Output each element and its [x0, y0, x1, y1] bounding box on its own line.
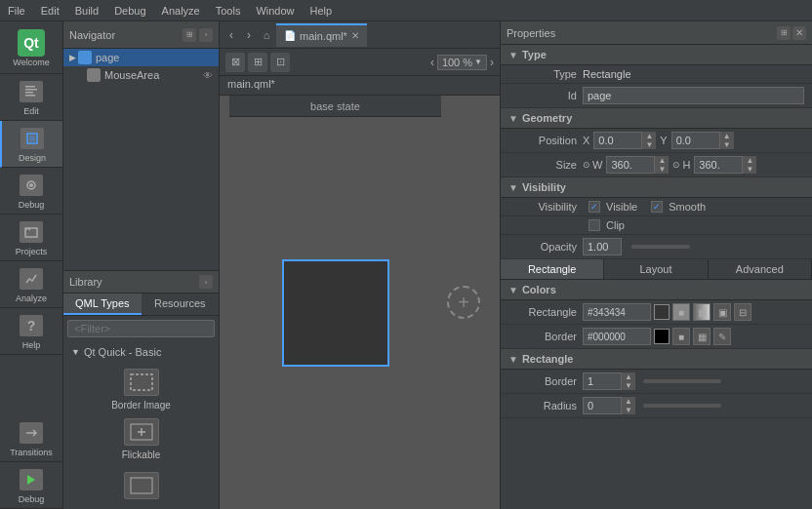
- zoom-arrow-left[interactable]: ‹: [430, 56, 434, 69]
- id-input[interactable]: [583, 87, 804, 104]
- menubar-analyze[interactable]: Analyze: [154, 3, 208, 19]
- radius-spin-down[interactable]: ▼: [622, 406, 635, 414]
- sidebar-item-analyze[interactable]: Analyze: [0, 261, 62, 308]
- x-input[interactable]: [593, 132, 642, 149]
- tab-main-qml[interactable]: 📄 main.qml* ✕: [276, 23, 367, 47]
- prop-tab-rectangle[interactable]: Rectangle: [501, 259, 604, 279]
- props-float-btn[interactable]: ⊞: [777, 26, 791, 40]
- sidebar-item-help[interactable]: ? Help: [0, 308, 62, 355]
- prop-tab-layout[interactable]: Layout: [604, 259, 708, 279]
- y-label: Y: [660, 135, 667, 146]
- visible-checkbox[interactable]: [589, 201, 600, 213]
- sidebar-item-edit[interactable]: Edit: [0, 74, 62, 121]
- h-spin-down[interactable]: ▼: [743, 165, 756, 174]
- lib-item-extra[interactable]: [124, 472, 159, 499]
- lib-item-borderimage[interactable]: Border Image: [111, 369, 171, 411]
- sidebar-item-debug2[interactable]: Debug: [0, 462, 62, 509]
- add-state-btn[interactable]: +: [447, 286, 480, 319]
- sidebar-label-debug: Debug: [19, 200, 45, 210]
- lib-filter-input[interactable]: [67, 320, 215, 337]
- border-color-btn-pen[interactable]: ✎: [713, 328, 731, 345]
- zoom-select[interactable]: 100 % ▼: [437, 55, 487, 70]
- w-input[interactable]: [606, 156, 655, 174]
- menubar-build[interactable]: Build: [67, 3, 106, 19]
- prop-tab-advanced[interactable]: Advanced: [709, 259, 812, 279]
- tab-close-btn[interactable]: ✕: [351, 30, 359, 41]
- lib-tab-resources[interactable]: Resources: [142, 294, 220, 315]
- lib-item-flickable-label: Flickable: [122, 450, 160, 460]
- nav-item-page[interactable]: ▶ page: [63, 49, 219, 66]
- canvas-rectangle[interactable]: [282, 259, 389, 367]
- nav-item-mousearea[interactable]: MouseArea 👁: [63, 66, 219, 84]
- section-colors-title: Colors: [522, 284, 556, 295]
- projects-icon: [20, 221, 43, 243]
- sidebar-item-design[interactable]: Design: [0, 121, 62, 168]
- opacity-input[interactable]: [583, 238, 622, 255]
- rect-color-btn-solid[interactable]: ■: [672, 303, 690, 321]
- visibility-label: Visibility: [508, 201, 577, 213]
- lib-section-qtquick[interactable]: ▼ Qt Quick - Basic: [67, 343, 215, 361]
- menubar-window[interactable]: Window: [248, 3, 302, 19]
- x-spin-down[interactable]: ▼: [642, 140, 656, 149]
- sidebar-item-welcome[interactable]: Qt Welcome: [0, 23, 62, 74]
- canvas-tool-2[interactable]: ⊞: [248, 53, 267, 72]
- border-size-input[interactable]: [583, 372, 622, 390]
- y-spin-up[interactable]: ▲: [720, 132, 734, 140]
- lib-item-flickable[interactable]: Flickable: [122, 418, 160, 460]
- h-spin-up[interactable]: ▲: [743, 156, 756, 165]
- canvas-tool-1[interactable]: ⊠: [225, 53, 245, 72]
- rect-color-btn-grad[interactable]: ▦: [693, 303, 710, 321]
- rect-color-btn-pattern[interactable]: ▣: [713, 303, 731, 321]
- tab-home-btn[interactable]: ⌂: [259, 25, 274, 45]
- navigator-float-btn[interactable]: ⊞: [183, 28, 196, 42]
- y-input[interactable]: [671, 132, 720, 149]
- y-spin-down[interactable]: ▼: [720, 140, 734, 149]
- debug-icon: [20, 175, 43, 196]
- props-close-btn[interactable]: ✕: [792, 26, 806, 40]
- border-color-value[interactable]: [583, 328, 651, 345]
- tab-forward-btn[interactable]: ›: [241, 25, 257, 45]
- border-size-spin-up[interactable]: ▲: [622, 372, 635, 381]
- border-color-btn-grad[interactable]: ▦: [693, 328, 710, 345]
- sidebar-label-help: Help: [22, 340, 41, 350]
- smooth-checkbox[interactable]: [651, 201, 663, 213]
- tab-back-btn[interactable]: ‹: [223, 25, 239, 45]
- sidebar-item-transitions[interactable]: Transitions: [0, 415, 62, 462]
- canvas-area: ⊠ ⊞ ⊡ ‹ 100 % ▼ › main.qml*: [220, 49, 500, 509]
- rect-color-value[interactable]: [583, 303, 651, 321]
- sidebar-label-welcome: Welcome: [13, 58, 49, 67]
- sidebar-item-debug[interactable]: Debug: [0, 168, 62, 215]
- tab-icon: 📄: [284, 30, 296, 41]
- section-type-title: Type: [522, 49, 547, 60]
- x-spin-up[interactable]: ▲: [642, 132, 656, 140]
- radius-slider[interactable]: [643, 404, 721, 408]
- clip-checkbox[interactable]: [589, 219, 600, 231]
- border-slider[interactable]: [643, 379, 721, 383]
- type-label: Type: [508, 68, 577, 80]
- lib-tab-qmltypes[interactable]: QML Types: [63, 294, 142, 315]
- menubar-tools[interactable]: Tools: [208, 3, 249, 19]
- sidebar-item-projects[interactable]: Projects: [0, 215, 62, 261]
- rect-color-swatch[interactable]: [654, 304, 670, 320]
- radius-spin-up[interactable]: ▲: [622, 397, 635, 406]
- menubar-edit[interactable]: Edit: [33, 3, 67, 19]
- navigator-expand-btn[interactable]: ›: [199, 28, 213, 42]
- svg-rect-5: [29, 136, 35, 141]
- rect-color-btn-border[interactable]: ⊟: [734, 303, 751, 321]
- menubar-help[interactable]: Help: [303, 3, 341, 19]
- canvas-tool-3[interactable]: ⊡: [270, 53, 290, 72]
- library-expand-btn[interactable]: ›: [199, 275, 213, 289]
- border-color-btn-solid[interactable]: ■: [672, 328, 690, 345]
- zoom-arrow-right[interactable]: ›: [490, 56, 494, 69]
- w-spin-up[interactable]: ▲: [655, 156, 669, 165]
- menubar-file[interactable]: File: [0, 3, 33, 19]
- radius-input[interactable]: [583, 397, 622, 414]
- w-spin-down[interactable]: ▼: [655, 165, 669, 174]
- border-color-swatch[interactable]: [654, 329, 670, 344]
- h-input[interactable]: [694, 156, 743, 174]
- eye-icon[interactable]: 👁: [203, 70, 213, 81]
- menubar-debug[interactable]: Debug: [106, 3, 153, 19]
- border-size-spin-down[interactable]: ▼: [622, 381, 635, 390]
- opacity-slider[interactable]: [631, 245, 690, 249]
- section-visibility: ▼ Visibility: [501, 177, 812, 198]
